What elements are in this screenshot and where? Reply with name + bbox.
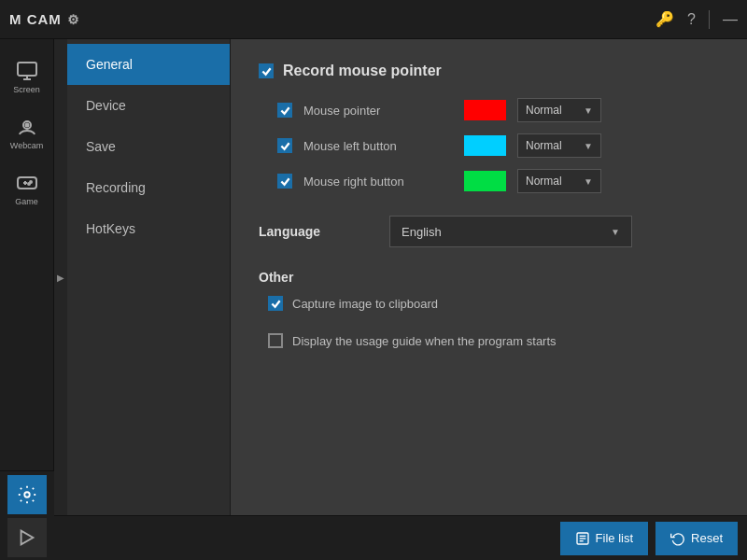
display-guide-label: Display the usage guide when the program… <box>292 334 557 348</box>
chevron-down-icon: ▼ <box>611 227 620 237</box>
mouse-left-color[interactable] <box>464 135 506 156</box>
record-mouse-checkbox[interactable] <box>259 63 274 78</box>
sidebar-toggle[interactable]: ▶ <box>54 39 67 515</box>
record-mouse-section-title: Record mouse pointer <box>259 63 719 79</box>
mouse-right-color[interactable] <box>464 171 506 191</box>
mouse-right-label: Mouse right button <box>303 175 453 189</box>
file-list-button[interactable]: File list <box>560 522 648 555</box>
gear-bottom-icon <box>17 484 37 505</box>
mouse-pointer-checkbox[interactable] <box>277 103 292 118</box>
capture-clipboard-label: Capture image to clipboard <box>292 297 438 311</box>
mouse-right-row: Mouse right button Normal ▼ <box>277 169 719 193</box>
capture-clipboard-row: Capture image to clipboard <box>268 296 719 311</box>
checkmark-icon <box>280 141 290 151</box>
display-guide-checkbox[interactable] <box>268 333 283 348</box>
webcam-icon <box>16 116 38 138</box>
bottom-bar: File list Reset <box>0 515 747 560</box>
svg-point-4 <box>25 123 28 126</box>
arrow-bottom-icon[interactable] <box>7 518 47 557</box>
sidebar-icons: Screen Webcam Game <box>0 39 54 515</box>
mouse-settings: Mouse pointer Normal ▼ Mouse left button… <box>259 98 719 193</box>
nav-item-general[interactable]: General <box>67 44 230 85</box>
gear-icon[interactable]: ⚙ <box>67 12 80 27</box>
title-bar: M CAM ⚙ 🔑 ? — <box>0 0 747 39</box>
chevron-down-icon: ▼ <box>584 176 593 187</box>
sidebar-item-screen[interactable]: Screen <box>0 49 53 105</box>
mouse-pointer-row: Mouse pointer Normal ▼ <box>277 98 719 122</box>
file-list-icon <box>575 531 590 546</box>
main-layout: Screen Webcam Game ▶ General <box>0 39 747 515</box>
help-icon[interactable]: ? <box>687 11 696 28</box>
mouse-right-checkbox[interactable] <box>277 174 292 189</box>
checkmark-icon <box>280 105 290 116</box>
nav-item-save[interactable]: Save <box>67 126 230 167</box>
other-section-title: Other <box>259 270 719 285</box>
svg-marker-15 <box>21 530 34 544</box>
checkmark-icon <box>271 299 281 309</box>
language-label: Language <box>259 224 371 239</box>
svg-point-14 <box>24 492 30 497</box>
other-options: Capture image to clipboard Display the u… <box>259 296 719 361</box>
game-icon <box>16 172 38 194</box>
sidebar-item-game[interactable]: Game <box>0 161 53 217</box>
title-bar-controls: 🔑 ? — <box>655 10 738 29</box>
game-label: Game <box>15 198 38 206</box>
display-guide-row: Display the usage guide when the program… <box>268 333 719 348</box>
svg-rect-0 <box>18 63 36 76</box>
divider <box>709 10 710 29</box>
screen-icon <box>16 60 38 82</box>
checkmark-icon <box>280 176 290 187</box>
mouse-pointer-color[interactable] <box>464 100 506 120</box>
nav-menu: General Device Save Recording HotKeys <box>67 39 231 515</box>
bottom-left-icons <box>0 470 54 560</box>
chevron-down-icon: ▼ <box>584 105 593 116</box>
reset-button[interactable]: Reset <box>655 522 738 555</box>
mouse-left-dropdown[interactable]: Normal ▼ <box>517 133 601 158</box>
reset-icon <box>670 531 685 546</box>
mouse-pointer-label: Mouse pointer <box>303 104 453 118</box>
minimize-icon[interactable]: — <box>723 11 738 28</box>
nav-item-hotkeys[interactable]: HotKeys <box>67 208 230 249</box>
sidebar-item-webcam[interactable]: Webcam <box>0 105 53 161</box>
mouse-left-label: Mouse left button <box>303 139 453 153</box>
settings-bottom-icon[interactable] <box>7 475 47 514</box>
play-icon <box>17 527 37 548</box>
mouse-pointer-dropdown[interactable]: Normal ▼ <box>517 98 601 122</box>
checkmark-icon <box>261 66 272 77</box>
nav-item-device[interactable]: Device <box>67 85 230 126</box>
mouse-left-row: Mouse left button Normal ▼ <box>277 133 719 158</box>
language-row: Language English ▼ <box>259 216 719 247</box>
lock-icon[interactable]: 🔑 <box>655 10 674 28</box>
chevron-down-icon: ▼ <box>584 141 593 151</box>
svg-point-9 <box>28 183 30 185</box>
screen-label: Screen <box>13 86 40 94</box>
record-mouse-label: Record mouse pointer <box>283 63 442 79</box>
app-logo: M CAM ⚙ <box>9 11 80 27</box>
nav-item-recording[interactable]: Recording <box>67 167 230 208</box>
logo-text: M CAM <box>9 11 62 27</box>
webcam-label: Webcam <box>10 142 43 150</box>
capture-clipboard-checkbox[interactable] <box>268 296 283 311</box>
mouse-right-dropdown[interactable]: Normal ▼ <box>517 169 601 193</box>
language-dropdown[interactable]: English ▼ <box>389 216 632 247</box>
mouse-left-checkbox[interactable] <box>277 138 292 153</box>
content-area: Record mouse pointer Mouse pointer Norma… <box>231 39 747 515</box>
